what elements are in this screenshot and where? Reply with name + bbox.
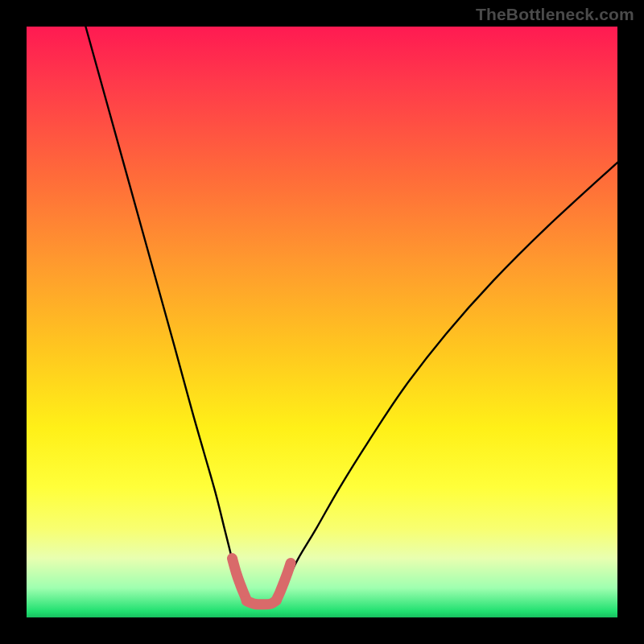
black-curve-right (278, 163, 617, 597)
plot-area (27, 27, 617, 617)
curve-layer (27, 27, 617, 617)
highlight-right (276, 563, 291, 600)
chart-frame: TheBottleneck.com (0, 0, 644, 644)
watermark-text: TheBottleneck.com (476, 5, 634, 24)
highlight-left (232, 559, 246, 600)
black-curve-left (85, 27, 244, 597)
